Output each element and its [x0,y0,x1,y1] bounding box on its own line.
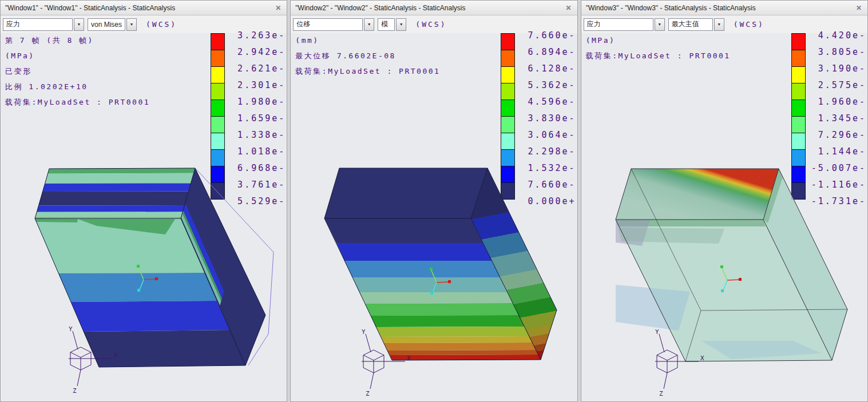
csys-y-label: Y [655,328,659,336]
analysis-window-1: "Window1" - "Window1" - StaticAnalysis -… [0,0,287,402]
application-workspace: "Window1" - "Window1" - StaticAnalysis -… [0,0,868,402]
csys-x-label: X [114,352,118,359]
model-top-face [324,168,487,218]
wcs-label: (WCS) [415,20,446,29]
result-quantity-select[interactable]: 应力 [3,18,73,31]
model-top-face [616,169,779,220]
csys-y-label: Y [362,328,366,336]
window2-title: "Window2" - "Window2" - StaticAnalysis -… [295,4,564,12]
csys-x-label: X [407,355,411,362]
fringe-model-von-mises: Y X Z [1,33,287,402]
chevron-down-icon[interactable]: ▼ [714,18,724,31]
csys-z-label: Z [366,390,370,397]
fringe-model-max-principal: Y X Z [581,33,868,402]
window3-titlebar[interactable]: "Window3" - "Window3" - StaticAnalysis -… [581,1,867,15]
chevron-down-icon[interactable]: ▼ [74,18,84,31]
viewport-3d-window3[interactable]: (MPa) 载荷集:MyLoadSet : PRT0001 4.420e- 3.… [581,33,867,401]
csys-z-label: Z [73,387,77,395]
chevron-down-icon[interactable]: ▼ [396,18,406,31]
fringe-model-displacement: Y X Z [291,33,577,402]
viewport-3d-window1[interactable]: 第 7 帧 (共 8 帧) (MPa) 已变形 比例 1.0202E+10 载荷… [1,33,287,401]
result-component-select[interactable]: von Mises [88,18,125,31]
csys-x-label: X [700,355,704,362]
chevron-down-icon[interactable]: ▼ [126,18,137,31]
model-top-face [35,168,195,218]
window2-close-icon[interactable]: ✕ [565,4,573,12]
window2-titlebar[interactable]: "Window2" - "Window2" - StaticAnalysis -… [291,1,577,15]
result-quantity-select[interactable]: 应力 [584,18,653,31]
chevron-down-icon[interactable]: ▼ [655,18,665,31]
window1-title: "Window1" - "Window1" - StaticAnalysis -… [5,4,274,12]
window3-title: "Window3" - "Window3" - StaticAnalysis -… [586,4,855,12]
chevron-down-icon[interactable]: ▼ [364,18,374,31]
window1-titlebar[interactable]: "Window1" - "Window1" - StaticAnalysis -… [1,1,287,15]
analysis-window-2: "Window2" - "Window2" - StaticAnalysis -… [290,0,577,402]
viewport-3d-window2[interactable]: (mm) 最大位移 7.6602E-08 载荷集:MyLoadSet : PRT… [291,33,577,401]
result-component-select[interactable]: 最大主值 [668,18,713,31]
window3-close-icon[interactable]: ✕ [855,4,863,12]
analysis-window-3: "Window3" - "Window3" - StaticAnalysis -… [581,0,868,402]
result-quantity-select[interactable]: 位移 [293,18,363,31]
wcs-label: (WCS) [146,20,177,29]
csys-y-label: Y [69,325,73,333]
csys-z-label: Z [659,390,663,397]
wcs-label: (WCS) [734,20,764,29]
result-component-select[interactable]: 模 [378,18,395,31]
window1-close-icon[interactable]: ✕ [274,4,282,12]
